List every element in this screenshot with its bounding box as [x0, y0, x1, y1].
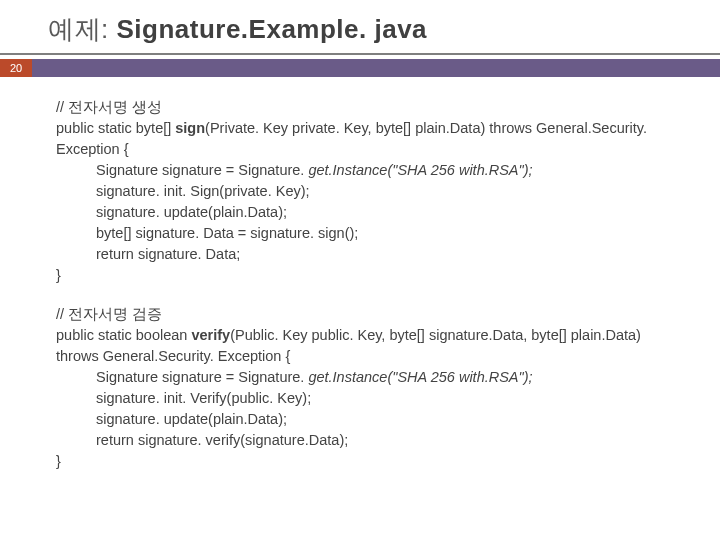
code-line: return signature. verify(signature.Data)… — [56, 430, 680, 451]
code-line: signature. update(plain.Data); — [56, 409, 680, 430]
code-line: return signature. Data; — [56, 244, 680, 265]
comment-line: // 전자서명 검증 — [56, 304, 680, 325]
code-italic: get.Instance("SHA 256 with.RSA"); — [308, 369, 532, 385]
close-brace: } — [56, 265, 680, 286]
code-line: signature. update(plain.Data); — [56, 202, 680, 223]
page-stripe — [32, 59, 720, 77]
method-signature: public static byte[] sign(Private. Key p… — [56, 118, 680, 160]
code-line: byte[] signature. Data = signature. sign… — [56, 223, 680, 244]
page-number-badge: 20 — [0, 59, 32, 77]
code-content: // 전자서명 생성 public static byte[] sign(Pri… — [0, 77, 720, 472]
page-bar: 20 — [0, 59, 720, 77]
title-prefix: 예제: — [48, 14, 116, 44]
title-underline — [0, 53, 720, 55]
method-name: verify — [191, 327, 230, 343]
title-main: Signature.Example. java — [116, 14, 427, 44]
code-line: signature. init. Verify(public. Key); — [56, 388, 680, 409]
code-line: signature. init. Sign(private. Key); — [56, 181, 680, 202]
code-text: Signature signature = Signature. — [96, 162, 308, 178]
method-name: sign — [175, 120, 205, 136]
code-italic: get.Instance("SHA 256 with.RSA"); — [308, 162, 532, 178]
code-line: Signature signature = Signature. get.Ins… — [56, 160, 680, 181]
method-signature: public static boolean verify(Public. Key… — [56, 325, 680, 367]
slide-title: 예제: Signature.Example. java — [0, 0, 720, 53]
code-line: Signature signature = Signature. get.Ins… — [56, 367, 680, 388]
close-brace: } — [56, 451, 680, 472]
code-text: Signature signature = Signature. — [96, 369, 308, 385]
comment-line: // 전자서명 생성 — [56, 97, 680, 118]
code-block-sign: // 전자서명 생성 public static byte[] sign(Pri… — [56, 97, 680, 286]
sig-text: public static boolean — [56, 327, 191, 343]
sig-text: public static byte[] — [56, 120, 175, 136]
code-block-verify: // 전자서명 검증 public static boolean verify(… — [56, 304, 680, 472]
